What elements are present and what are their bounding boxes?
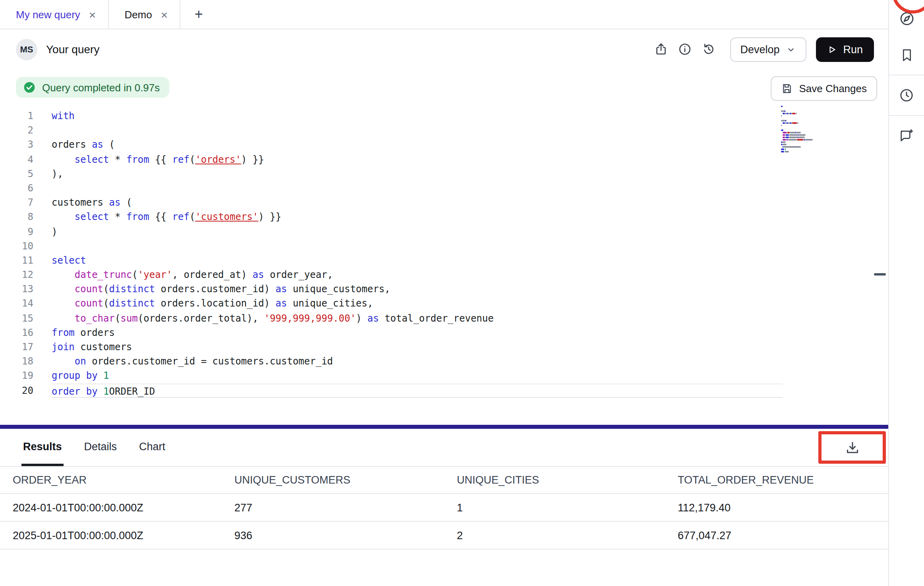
code-line-text: join customers [52,340,132,354]
save-icon [781,83,793,94]
code-line-4[interactable]: 4 select * from {{ ref('orders') }} [0,152,888,166]
table-cell: 2 [457,529,678,541]
code-line-text: select [52,253,86,268]
line-number: 19 [0,369,33,383]
code-line-5[interactable]: 5), [0,167,888,181]
code-line-19[interactable]: 19group by 1 [0,369,888,383]
line-number: 13 [0,282,33,297]
line-number: 4 [0,152,33,166]
tab-results[interactable]: Results [21,429,64,466]
code-line-9[interactable]: 9) [0,224,888,239]
table-cell: 1 [457,501,678,513]
line-number: 1 [0,109,33,123]
table-cell: 936 [234,529,457,541]
panel-divider[interactable] [0,425,888,429]
query-status-badge: Query completed in 0.97s [16,77,169,98]
line-number: 12 [0,268,33,282]
share-icon[interactable] [649,37,673,61]
query-toolbar: MS Your query Develop R [0,29,888,69]
avatar: MS [16,39,37,60]
develop-dropdown[interactable]: Develop [730,37,806,62]
tab-bar-tabs: My new query×Demo× [0,0,180,29]
code-line-17[interactable]: 17join customers [0,340,888,354]
code-line-11[interactable]: 11select [0,253,888,268]
history-clock-icon[interactable] [889,77,924,114]
code-line-text: select * from {{ ref('customers') }} [52,210,281,224]
save-changes-button[interactable]: Save Changes [770,76,877,101]
run-button[interactable]: Run [816,37,874,62]
table-cell: 277 [234,501,457,513]
code-line-8[interactable]: 8 select * from {{ ref('customers') }} [0,210,888,224]
bookmark-icon[interactable] [889,37,924,73]
code-line-text: with [52,109,75,123]
sidebar-divider [889,115,924,116]
editor-minimap[interactable] [781,106,819,152]
code-line-text: select * from {{ ref('orders') }} [52,152,264,166]
line-number: 5 [0,167,33,181]
table-cell: 2025-01-01T00:00:00.000Z [13,529,234,541]
code-line-20[interactable]: 20order by 1ORDER_ID [0,383,888,397]
line-number: 16 [0,326,33,340]
code-line-text: on orders.customer_id = customers.custom… [52,354,333,368]
table-cell: 112,179.40 [678,501,888,513]
code-line-12[interactable]: 12 date_trunc('year', ordered_at) as ord… [0,268,888,282]
code-line-1[interactable]: 1with [0,109,888,123]
code-line-15[interactable]: 15 to_char(sum(orders.order_total), '999… [0,311,888,325]
code-line-text: count(distinct orders.customer_id) as un… [52,282,390,297]
right-sidebar [888,0,924,586]
history-icon[interactable] [696,37,720,61]
table-row: 2024-01-01T00:00:00.000Z2771112,179.40 [0,494,888,522]
line-number: 8 [0,210,33,224]
line-number: 3 [0,138,33,152]
code-line-13[interactable]: 13 count(distinct orders.customer_id) as… [0,282,888,297]
code-line-14[interactable]: 14 count(distinct orders.location_id) as… [0,297,888,311]
tab-label: Demo [124,8,152,20]
code-line-text: customers as ( [52,195,132,210]
tab-my-new-query[interactable]: My new query× [0,0,108,29]
run-label: Run [843,43,863,55]
table-header: ORDER_YEARUNIQUE_CUSTOMERSUNIQUE_CITIEST… [0,467,888,494]
feedback-chat-icon[interactable] [889,118,924,154]
line-number: 9 [0,224,33,239]
play-icon [827,44,837,54]
new-tab-button[interactable]: + [180,0,217,29]
code-line-text: ), [52,167,63,181]
table-cell: 677,047.27 [678,529,888,541]
tab-demo[interactable]: Demo× [108,0,180,29]
check-circle-icon [23,81,36,94]
sidebar-divider [889,75,924,75]
code-line-2[interactable]: 2 [0,123,888,137]
line-number: 20 [0,383,33,397]
line-number: 2 [0,123,33,137]
download-icon[interactable] [844,440,860,455]
line-number: 11 [0,253,33,268]
close-icon[interactable]: × [89,8,96,20]
line-number: 17 [0,340,33,354]
tab-label: My new query [16,8,80,20]
main-area: My new query×Demo× + MS Your query Devel… [0,0,888,586]
app-window: My new query×Demo× + MS Your query Devel… [0,0,924,586]
line-number: 14 [0,297,33,311]
code-line-text: ) [52,224,57,239]
results-tab-bar: ResultsDetailsChart [0,429,888,467]
code-line-text: from orders [52,326,115,340]
sql-editor[interactable]: Query completed in 0.97s Save Changes 1w… [0,69,888,425]
scrollbar-thumb[interactable] [874,273,886,276]
close-icon[interactable]: × [161,8,168,20]
code-line-6[interactable]: 6 [0,181,888,195]
line-number: 6 [0,181,33,195]
code-line-3[interactable]: 3orders as ( [0,138,888,152]
code-line-10[interactable]: 10 [0,239,888,253]
code-line-text: count(distinct orders.location_id) as un… [52,297,373,311]
code-lines[interactable]: 1with23orders as (4 select * from {{ ref… [0,109,888,398]
tab-chart[interactable]: Chart [137,429,167,466]
table-body: 2024-01-01T00:00:00.000Z2771112,179.4020… [0,494,888,549]
line-number: 10 [0,239,33,253]
table-cell: 2024-01-01T00:00:00.000Z [13,501,234,513]
chevron-down-icon [786,44,796,54]
code-line-7[interactable]: 7customers as ( [0,195,888,210]
code-line-16[interactable]: 16from orders [0,326,888,340]
code-line-18[interactable]: 18 on orders.customer_id = customers.cus… [0,354,888,368]
info-icon[interactable] [673,37,696,61]
tab-details[interactable]: Details [83,429,119,466]
